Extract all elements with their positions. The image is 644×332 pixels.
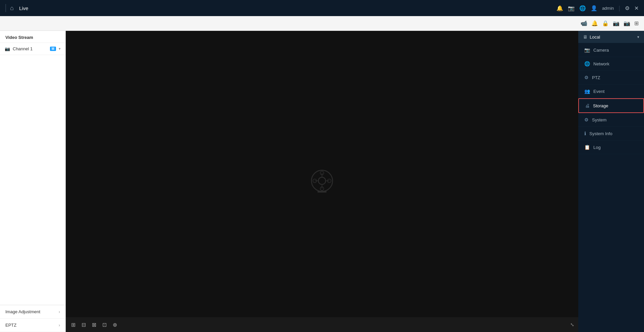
toolbar-record-icon[interactable]: 📷 bbox=[624, 20, 630, 26]
channel-badge: M bbox=[50, 47, 56, 51]
channel-1-label: Channel 1 bbox=[13, 46, 47, 51]
fullscreen-button[interactable]: ⤡ bbox=[570, 322, 574, 327]
system-info-menu-icon: ℹ bbox=[584, 131, 586, 136]
eptz-chevron-icon: › bbox=[59, 323, 60, 328]
svg-point-1 bbox=[318, 177, 326, 184]
event-menu-icon: 👥 bbox=[584, 89, 590, 94]
close-icon[interactable]: ✕ bbox=[634, 5, 639, 11]
eptz-item[interactable]: EPTZ › bbox=[0, 319, 65, 332]
right-panel: 🖥 Local ▾ 📷 Camera 🌐 Network ⚙ PTZ 👥 Eve… bbox=[578, 31, 644, 332]
toolbar-grid-icon[interactable]: ⊞ bbox=[634, 20, 639, 26]
header-bar: ⌂ Live 🔔 📷 🌐 👤 admin | ⚙ ✕ bbox=[0, 0, 644, 16]
video-controls: ⊞ ⊟ ⊠ ⊡ ⊕ ⤡ bbox=[66, 317, 578, 332]
channel-1-item[interactable]: 📷 Channel 1 M ▾ bbox=[0, 43, 65, 55]
menu-item-network[interactable]: 🌐 Network bbox=[578, 57, 644, 71]
toolbar-bell-icon[interactable]: 🔔 bbox=[591, 20, 598, 26]
channel-camera-icon: 📷 bbox=[5, 46, 10, 51]
settings-icon[interactable]: ⚙ bbox=[625, 5, 630, 11]
image-adjustment-item[interactable]: Image Adjustment › bbox=[0, 305, 65, 319]
user-icon[interactable]: 👤 bbox=[591, 5, 597, 11]
log-menu-icon: 📋 bbox=[584, 145, 590, 150]
log-menu-label: Log bbox=[593, 145, 601, 150]
toolbar-camera-icon[interactable]: 📹 bbox=[581, 20, 587, 26]
menu-item-system[interactable]: ⚙ System bbox=[578, 113, 644, 127]
menu-item-camera[interactable]: 📷 Camera bbox=[578, 43, 644, 57]
header-separator: | bbox=[619, 5, 620, 12]
system-menu-label: System bbox=[592, 117, 606, 122]
camera-menu-icon: 📷 bbox=[584, 47, 590, 53]
toolbar-photo-icon[interactable]: 📷 bbox=[613, 20, 620, 26]
event-menu-label: Event bbox=[593, 89, 604, 94]
sidebar: Video Stream 📷 Channel 1 M ▾ Image Adjus… bbox=[0, 31, 66, 332]
eptz-label: EPTZ bbox=[5, 323, 16, 328]
film-reel-icon bbox=[307, 166, 337, 197]
network-menu-icon: 🌐 bbox=[584, 61, 590, 66]
sidebar-bottom-items: Image Adjustment › EPTZ › bbox=[0, 305, 65, 332]
main-area: Video Stream 📷 Channel 1 M ▾ Image Adjus… bbox=[0, 31, 644, 332]
view-1x2-button[interactable]: ⊟ bbox=[80, 320, 87, 329]
storage-menu-label: Storage bbox=[593, 103, 608, 108]
ptz-menu-icon: ⚙ bbox=[584, 75, 589, 80]
camera-icon[interactable]: 📷 bbox=[568, 5, 575, 11]
local-button[interactable]: 🖥 Local ▾ bbox=[578, 31, 644, 43]
network-menu-label: Network bbox=[593, 61, 609, 66]
system-menu-icon: ⚙ bbox=[584, 117, 589, 122]
local-monitor-icon: 🖥 bbox=[583, 34, 588, 40]
view-2x2-button[interactable]: ⊠ bbox=[91, 320, 98, 329]
menu-item-storage[interactable]: 🖨 Storage bbox=[578, 98, 644, 113]
channel-chevron-icon: ▾ bbox=[59, 47, 61, 51]
header-right-icons: 🔔 📷 🌐 👤 admin | ⚙ ✕ bbox=[556, 5, 639, 12]
sidebar-spacer bbox=[0, 55, 65, 305]
video-stream-title: Video Stream bbox=[0, 31, 65, 43]
header-divider bbox=[5, 4, 6, 12]
live-label: Live bbox=[19, 5, 29, 11]
menu-item-event[interactable]: 👥 Event bbox=[578, 85, 644, 98]
toolbar: 📹 🔔 🔒 📷 📷 ⊞ bbox=[0, 16, 644, 31]
menu-item-ptz[interactable]: ⚙ PTZ bbox=[578, 71, 644, 85]
svg-rect-10 bbox=[318, 191, 327, 193]
ptz-menu-label: PTZ bbox=[592, 75, 600, 80]
toolbar-lock-icon[interactable]: 🔒 bbox=[602, 20, 609, 26]
globe-icon[interactable]: 🌐 bbox=[579, 5, 586, 11]
local-label: Local bbox=[590, 35, 600, 40]
camera-menu-label: Camera bbox=[593, 48, 609, 53]
menu-item-system-info[interactable]: ℹ System Info bbox=[578, 127, 644, 141]
admin-label: admin bbox=[602, 6, 614, 11]
menu-item-log[interactable]: 📋 Log bbox=[578, 141, 644, 154]
view-1x1-button[interactable]: ⊞ bbox=[70, 320, 77, 329]
system-info-menu-label: System Info bbox=[589, 131, 612, 136]
storage-menu-icon: 🖨 bbox=[585, 103, 590, 108]
home-icon[interactable]: ⌂ bbox=[10, 5, 14, 12]
image-adjustment-label: Image Adjustment bbox=[5, 309, 40, 314]
video-area bbox=[66, 31, 578, 332]
local-dropdown-arrow-icon: ▾ bbox=[637, 35, 639, 39]
view-3x3-button[interactable]: ⊡ bbox=[101, 320, 108, 329]
bell-icon[interactable]: 🔔 bbox=[556, 5, 563, 11]
image-adjustment-chevron-icon: › bbox=[59, 310, 60, 314]
view-custom-button[interactable]: ⊕ bbox=[111, 320, 118, 329]
